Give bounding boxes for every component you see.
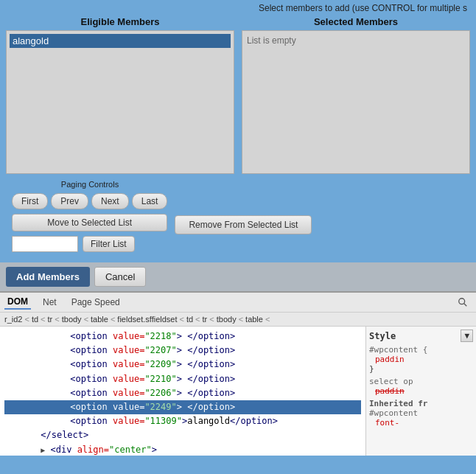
filter-input[interactable]	[12, 236, 78, 252]
code-line: ▶ <div align="center">	[4, 443, 361, 456]
devtools-tab-net[interactable]: Net	[40, 296, 60, 309]
style-dropdown[interactable]: ▼	[461, 330, 473, 342]
selected-members-empty: List is empty	[245, 34, 466, 47]
breadcrumb-item[interactable]: r_id2	[4, 315, 22, 324]
breadcrumb-item[interactable]: table	[91, 315, 108, 324]
svg-line-1	[464, 304, 467, 307]
remove-from-selected-button[interactable]: Remove From Selected List	[175, 215, 312, 234]
selected-members-listbox[interactable]: List is empty	[242, 30, 470, 174]
eligible-members-label: Eligible Members	[6, 16, 234, 27]
breadcrumb-item[interactable]: tbody	[62, 315, 82, 324]
breadcrumb-item[interactable]: fieldset.sffieldset	[117, 315, 177, 324]
devtools-panel: DOM Net Page Speed r_id2 < td < tr < tbo…	[0, 291, 476, 456]
left-controls: First Prev Next Last Move to Selected Li…	[12, 193, 167, 252]
breadcrumb-item[interactable]: tr	[48, 315, 53, 324]
inherited-label: Inherited fr	[369, 399, 473, 408]
style-rule-2: select op paddin	[369, 377, 473, 396]
next-button[interactable]: Next	[91, 193, 129, 209]
eligible-members-listbox[interactable]: alangold	[6, 30, 234, 174]
add-members-button[interactable]: Add Members	[6, 267, 90, 287]
prev-button[interactable]: Prev	[51, 193, 88, 209]
controls-area: Paging Controls First Prev Next Last Mov…	[6, 180, 470, 257]
code-line: <option value="11309">alangold</option>	[4, 414, 361, 428]
code-line: <option value="2210"> </option>	[4, 372, 361, 386]
code-line-highlighted[interactable]: <option value="2249"> </option>	[4, 400, 361, 414]
code-line: <option value="2206"> </option>	[4, 386, 361, 400]
style-panel-title: Style	[369, 331, 396, 341]
devtools-search[interactable]	[454, 296, 472, 309]
bottom-controls: First Prev Next Last Move to Selected Li…	[9, 193, 315, 252]
devtools-tab-dom[interactable]: DOM	[4, 295, 31, 310]
filter-button[interactable]: Filter List	[83, 236, 135, 252]
action-bar: Add Members Cancel	[0, 262, 476, 291]
filter-row: Filter List	[12, 236, 167, 252]
devtools-tabs: DOM Net Page Speed	[0, 293, 476, 313]
lists-container: Eligible Members alangold Selected Membe…	[6, 16, 470, 174]
eligible-member-item[interactable]: alangold	[10, 34, 231, 48]
code-area[interactable]: <option value="2218"> </option> <option …	[0, 327, 365, 456]
style-panel: Style ▼ #wpcontent { paddin } select op …	[365, 327, 476, 456]
code-line: <option value="2218"> </option>	[4, 330, 361, 344]
eligible-members-section: Eligible Members alangold	[6, 16, 234, 174]
code-panel: <option value="2218"> </option> <option …	[0, 327, 476, 456]
code-line: </select>	[4, 428, 361, 442]
top-section: Select members to add (use CONTROL for m…	[0, 0, 476, 262]
cancel-button[interactable]: Cancel	[94, 267, 146, 287]
svg-point-0	[459, 299, 465, 304]
breadcrumb-item[interactable]: table	[245, 315, 263, 324]
style-panel-header: Style ▼	[369, 330, 473, 342]
breadcrumb-item[interactable]: tr	[203, 315, 208, 324]
move-to-selected-button[interactable]: Move to Selected List	[12, 214, 167, 231]
first-button[interactable]: First	[12, 193, 48, 209]
paging-label: Paging Controls	[9, 180, 171, 189]
code-line: <option value="2209"> </option>	[4, 358, 361, 372]
right-controls: Remove From Selected List	[175, 193, 312, 234]
last-button[interactable]: Last	[132, 193, 168, 209]
code-line: <option value="2207"> </option>	[4, 344, 361, 358]
breadcrumb-item[interactable]: td	[186, 315, 193, 324]
style-rule-3: #wpcontent font-	[369, 408, 473, 428]
devtools-tab-pagespeed[interactable]: Page Speed	[69, 296, 123, 309]
instruction-text: Select members to add (use CONTROL for m…	[6, 3, 470, 13]
style-rule-1: #wpcontent { paddin }	[369, 345, 473, 374]
paging-buttons: First Prev Next Last	[12, 193, 167, 209]
breadcrumb-bar: r_id2 < td < tr < tbody < table < fields…	[0, 313, 476, 327]
selected-members-label: Selected Members	[242, 16, 470, 27]
breadcrumb-item[interactable]: td	[32, 315, 38, 324]
breadcrumb-item[interactable]: tbody	[217, 315, 237, 324]
selected-members-section: Selected Members List is empty	[242, 16, 470, 174]
